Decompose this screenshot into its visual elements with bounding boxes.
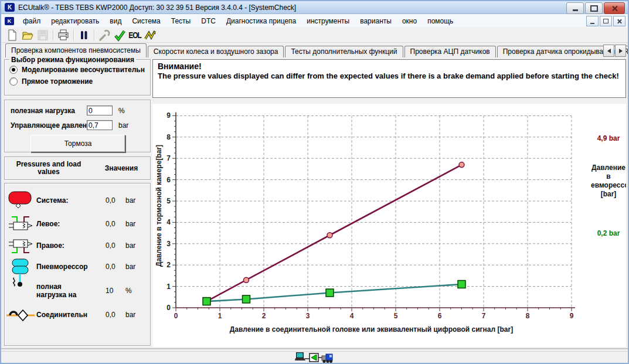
window-controls <box>566 2 625 14</box>
svg-text:5: 5 <box>394 312 398 320</box>
row-unit: bar <box>125 241 135 250</box>
tab-additional-functions-tests[interactable]: Тесты дополнительных функций <box>285 46 403 57</box>
maximize-icon <box>590 5 598 12</box>
menu-item-window[interactable]: окно <box>397 15 422 27</box>
values-header-panel: Pressures and load values Значения <box>4 157 151 180</box>
radio-unselected-icon[interactable] <box>9 77 18 86</box>
svg-text:3: 3 <box>306 312 310 320</box>
caption-line: евморессо <box>591 181 626 190</box>
row-value: 0,0 <box>106 220 125 228</box>
svg-text:9: 9 <box>570 312 574 320</box>
payload-label: полезная нагрузка <box>11 107 87 115</box>
payload-input[interactable] <box>87 106 113 115</box>
menu-item-edit[interactable]: редактировать <box>46 15 104 27</box>
control-pressure-input[interactable] <box>87 120 113 130</box>
mdi-minimize-button[interactable] <box>586 16 599 26</box>
row-value: 0,0 <box>106 196 125 205</box>
warning-box: Внимание! The pressure values displayed … <box>152 59 626 98</box>
svg-text:9: 9 <box>166 111 171 120</box>
minimize-button[interactable] <box>566 2 584 14</box>
tab-wheel-speeds-air-gap[interactable]: Скорости колеса и воздушного зазора <box>148 46 284 57</box>
control-pressure-label: Управляющее давление <box>11 121 87 130</box>
mode-group-title: Выбор режима функционирования <box>9 56 136 64</box>
brake-chamber-readout: 4,9 bar <box>591 134 626 142</box>
close-icon <box>611 5 618 12</box>
valve-right-icon <box>5 236 36 256</box>
row-unit: bar <box>125 196 135 205</box>
menu-item-system[interactable]: Система <box>127 15 165 27</box>
svg-text:1: 1 <box>218 312 222 320</box>
values-header-left: Pressures and load values <box>5 161 93 176</box>
svg-text:8: 8 <box>166 133 171 141</box>
mdi-close-button[interactable] <box>613 16 625 26</box>
chart-x-axis-label: Давление в соединительной головке или эк… <box>162 325 581 334</box>
minimize-icon <box>573 9 578 11</box>
row-value: 10 <box>106 287 125 295</box>
table-row-air-spring: Пневморессор 0,0 bar <box>5 256 150 277</box>
mdi-window-controls <box>586 16 625 26</box>
menu-item-trailer-diagnostics[interactable]: Диагностика прицепа <box>221 15 301 27</box>
svg-text:0: 0 <box>166 304 171 312</box>
chevron-left-icon <box>607 49 611 53</box>
new-document-button[interactable] <box>5 28 20 42</box>
menu-item-view[interactable]: вид <box>104 15 127 27</box>
menu-item-tools[interactable]: инструменты <box>301 15 355 27</box>
signal-button[interactable] <box>142 28 158 42</box>
mode-select-group: Выбор режима функционирования Моделирова… <box>4 59 151 96</box>
chart-svg: 01234567890123456789 <box>162 110 581 328</box>
menu-item-options[interactable]: варианты <box>355 15 397 27</box>
signal-zigzag-icon <box>144 29 157 42</box>
payload-unit: % <box>118 107 125 115</box>
connection-status-icon <box>295 351 335 364</box>
tab-scroll-right-button[interactable] <box>615 45 626 57</box>
row-value: 0,0 <box>106 263 125 271</box>
print-icon <box>57 29 70 42</box>
confirm-button[interactable] <box>112 28 127 42</box>
content-area: Выбор режима функционирования Моделирова… <box>1 57 628 348</box>
mdi-restore-button[interactable] <box>600 16 612 26</box>
svg-text:7: 7 <box>166 154 171 162</box>
row-label: Левое: <box>36 220 106 228</box>
maximize-button[interactable] <box>585 2 603 14</box>
control-pressure-unit: bar <box>118 121 128 130</box>
radio-option-weight-sensitive[interactable]: Моделирование весочувствительн <box>9 66 145 74</box>
eol-icon: EOL <box>128 30 141 40</box>
menu-item-file[interactable]: файл <box>18 15 46 27</box>
row-label: полная нагрузка на <box>36 283 106 299</box>
title-bar: K ECUtalk® - TEBS TEBS KWP2000 Доступ: 3… <box>1 1 628 14</box>
tab-adc-sensors-check[interactable]: Проверка АЦП датчиков <box>404 46 496 57</box>
tab-scroll-left-button[interactable] <box>603 45 614 57</box>
left-panel: Выбор режима функционирования Моделирова… <box>4 59 151 346</box>
chevron-right-icon <box>619 49 623 53</box>
service-button[interactable] <box>97 28 112 42</box>
print-button[interactable] <box>56 28 71 42</box>
svg-text:3: 3 <box>166 240 171 248</box>
table-row-system: Система: 0,0 bar <box>5 188 150 213</box>
radio-option-direct-braking[interactable]: Прямое торможение <box>9 77 145 86</box>
menu-item-dtc[interactable]: DTC <box>196 15 221 27</box>
row-label: Соединительн <box>36 311 106 319</box>
svg-text:5: 5 <box>166 197 171 205</box>
pause-button[interactable] <box>76 28 91 42</box>
table-row-full-load: полная нагрузка на 10 % <box>5 277 150 304</box>
status-bar <box>1 348 628 363</box>
caption-line: в <box>591 172 626 181</box>
svg-text:2: 2 <box>166 261 171 269</box>
close-button[interactable] <box>604 2 625 14</box>
restore-icon <box>603 19 608 23</box>
eol-button[interactable]: EOL <box>127 28 142 42</box>
open-file-button[interactable] <box>20 28 35 42</box>
row-value: 0,0 <box>106 311 125 319</box>
row-label: Правое: <box>36 241 106 250</box>
caption-line: Давление <box>591 164 626 172</box>
tab-scroll-controls <box>603 45 626 57</box>
menu-item-help[interactable]: помощь <box>422 15 458 27</box>
row-value: 0,0 <box>106 241 125 250</box>
values-header-right: Значения <box>93 164 150 172</box>
menu-item-tests[interactable]: Тесты <box>166 15 196 27</box>
close-icon <box>617 19 622 24</box>
table-row-coupling: Соединительн 0,0 bar <box>5 304 150 325</box>
coupling-icon <box>5 307 36 323</box>
radio-selected-icon[interactable] <box>9 66 18 74</box>
brakes-button[interactable]: Тормоза <box>30 135 125 152</box>
